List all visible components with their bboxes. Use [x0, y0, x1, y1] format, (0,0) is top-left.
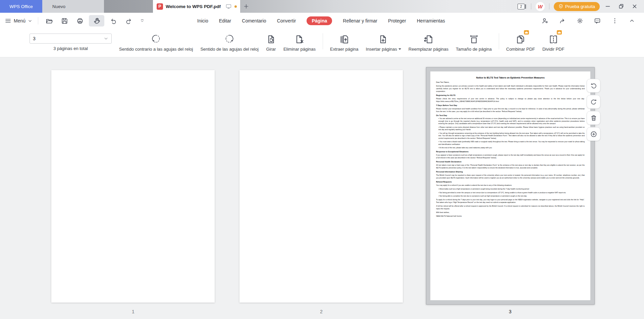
page-tools-ribbon: 3 3 páginas en total Sentido contrario a…	[0, 29, 644, 57]
redo-button[interactable]	[122, 15, 135, 26]
window-switcher-button[interactable]: 2	[518, 4, 525, 9]
page-insert-plus-button[interactable]	[587, 127, 600, 141]
document-tab-title: Welcome to WPS PDF.pdf	[166, 4, 223, 9]
restore-button[interactable]	[616, 0, 627, 13]
page-delete-button[interactable]	[587, 111, 600, 125]
tab-herramientas[interactable]: Herramientas	[417, 18, 445, 23]
titlebar-right-controls: 2 W Prueba gratuita	[518, 0, 644, 13]
doc-heading: Registering for IELTS	[436, 94, 585, 96]
restore-icon	[619, 4, 624, 9]
tab-rellenar-y-firmar[interactable]: Rellenar y firmar	[343, 18, 377, 23]
tab-comentario[interactable]: Comentario	[242, 18, 266, 23]
tab-nuevo[interactable]: Nuevo	[42, 0, 104, 13]
page-number-1: 1	[120, 309, 147, 314]
page-rotate-right-button[interactable]	[587, 95, 600, 109]
menu-label: Menú	[14, 18, 25, 23]
tab-inicio[interactable]: Inicio	[197, 18, 208, 23]
combine-pdf-button[interactable]: Combinar PDF	[506, 29, 535, 52]
chevron-down-icon	[28, 19, 32, 23]
rotate-page-icon	[266, 32, 276, 44]
replace-pages-button[interactable]: Reemplazar páginas	[409, 29, 448, 52]
more-tools-button[interactable]	[138, 15, 147, 26]
tab-nuevo-label: Nuevo	[52, 4, 65, 9]
combine-pdf-icon	[516, 32, 526, 44]
tab-wps-office[interactable]: WPS Office	[0, 0, 42, 13]
doc-paragraph: All test takers must sign a hard copy of…	[436, 164, 585, 169]
insert-pages-icon	[378, 32, 388, 44]
tab-document[interactable]: P Welcome to WPS PDF.pdf	[153, 0, 240, 13]
rotate-ccw-icon	[150, 32, 162, 44]
doc-paragraph: During the pandemic period, our primary …	[436, 85, 585, 93]
doc-paragraph: Please monitor your temperature and heal…	[436, 107, 585, 112]
document-content: Notice to IELTS Test Takers on Epidemic …	[430, 71, 590, 300]
comment-icon[interactable]	[594, 17, 601, 24]
premium-crown-badge-icon	[524, 30, 529, 35]
share-icon[interactable]	[559, 17, 566, 24]
minimize-button[interactable]	[602, 0, 613, 13]
page-number-select[interactable]: 3	[30, 34, 112, 44]
doc-heading: Refund Requests	[436, 181, 585, 183]
document-title: Notice to IELTS Test Takers on Epidemic …	[436, 76, 585, 79]
free-trial-button[interactable]: Prueba gratuita	[554, 2, 600, 11]
doc-paragraph: You may apply for a refund if you are un…	[436, 184, 585, 187]
folder-open-icon	[45, 17, 53, 25]
print-button[interactable]	[73, 15, 86, 26]
close-button[interactable]	[629, 0, 640, 13]
unsaved-indicator-icon	[234, 5, 237, 8]
wps-logo-icon[interactable]: W	[536, 2, 545, 11]
premium-crown-badge-icon	[557, 30, 562, 35]
minimize-icon	[605, 4, 610, 9]
tab-pagina[interactable]: Página	[307, 16, 332, 25]
tab-convertir[interactable]: Convertir	[277, 18, 296, 23]
doc-paragraph: A full fee refund will be offered after …	[436, 205, 585, 210]
undo-icon	[110, 17, 117, 24]
undo-button[interactable]	[107, 15, 120, 26]
chevron-down-icon	[104, 36, 108, 41]
gear-icon[interactable]	[576, 17, 584, 24]
page-selector-group: 3 3 páginas en total	[30, 29, 112, 51]
insert-pages-button[interactable]: Insertar páginas	[366, 29, 401, 52]
page-thumbnail-3-selected[interactable]: Notice to IELTS Test Takers on Epidemic …	[426, 67, 595, 305]
doc-bullet: You will go through temperature screenin…	[438, 132, 585, 140]
page-thumbnail-1[interactable]	[51, 70, 215, 303]
premium-badge-icon	[558, 4, 563, 9]
doc-bullet: Abnormality such as a high temperature o…	[438, 188, 585, 191]
doc-paragraph: NEEA IELTS National Call Centre	[436, 215, 585, 217]
page-rotate-left-button[interactable]	[587, 79, 600, 93]
rotate-cw-button[interactable]: Sentido de las agujas del reloj	[200, 29, 258, 52]
rotate-page-button[interactable]: Girar	[266, 29, 276, 52]
divider	[38, 17, 38, 24]
doc-bullet: You must wear a facial mask (preferably …	[438, 141, 585, 146]
pages-total-label: 3 páginas en total	[53, 46, 88, 51]
hand-icon	[93, 17, 101, 25]
delete-pages-icon	[294, 32, 305, 44]
page-thumbnail-2[interactable]	[239, 70, 403, 303]
menu-button[interactable]: Menú	[5, 17, 35, 24]
save-button[interactable]	[58, 15, 71, 26]
extract-page-button[interactable]: Extraer página	[330, 29, 359, 52]
add-user-icon[interactable]	[541, 17, 549, 24]
quick-tools: Menú	[5, 13, 148, 29]
new-tab-button[interactable]	[240, 0, 252, 13]
open-file-button[interactable]	[43, 15, 55, 26]
split-pdf-icon	[548, 32, 558, 44]
plus-circle-icon	[590, 130, 597, 138]
doc-paragraph: The British Council may be required to s…	[436, 174, 585, 179]
tab-editar[interactable]: Editar	[219, 18, 231, 23]
doc-paragraph: Dear Test Takers,	[436, 81, 585, 84]
split-pdf-button[interactable]: Dividir PDF	[542, 29, 565, 52]
doc-bullet: Not being permitted to enter the campus …	[438, 191, 585, 194]
rotate-right-icon	[590, 98, 597, 106]
more-menu-icon[interactable]	[611, 17, 619, 24]
trash-icon	[590, 114, 597, 122]
monitor-icon	[225, 3, 232, 10]
rotate-ccw-button[interactable]: Sentido contrario a las agujas del reloj	[119, 29, 193, 52]
tab-wps-office-label: WPS Office	[9, 4, 33, 9]
page-size-button[interactable]: Tamaño de página	[456, 29, 492, 52]
collapse-ribbon-icon[interactable]	[629, 17, 635, 24]
printer-icon	[76, 17, 84, 25]
hand-tool-button[interactable]	[89, 15, 104, 26]
replace-pages-icon	[423, 32, 433, 44]
tab-proteger[interactable]: Proteger	[388, 18, 406, 23]
delete-pages-button[interactable]: Eliminar páginas	[283, 29, 316, 52]
